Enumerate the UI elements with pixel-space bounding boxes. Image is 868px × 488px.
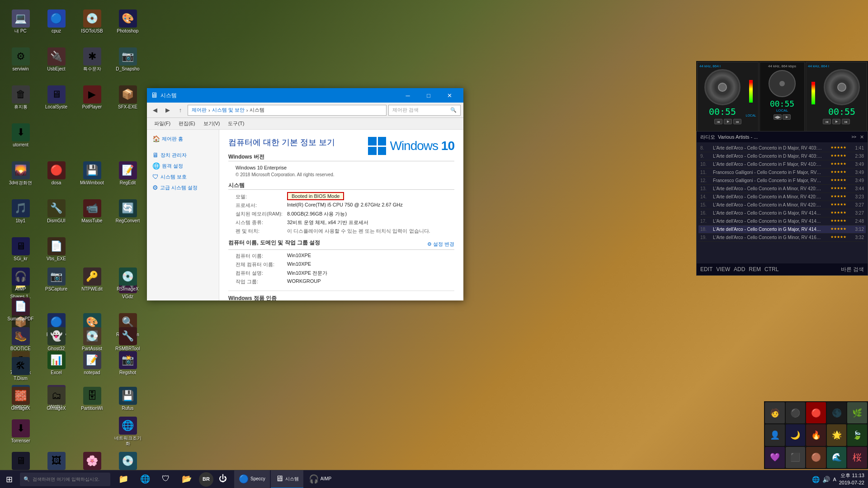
tray-network-icon[interactable]: 🌐 [812,476,820,483]
icon-my-pc[interactable]: 💻 내 PC [4,4,38,40]
sidebar-controlpanel-home[interactable]: 🏠 제어판 홈 [149,133,217,144]
avatar-7[interactable]: 🌙 [786,424,806,446]
up-button[interactable]: ↑ [175,105,186,116]
icon-pscapture[interactable]: 📷 PSCapture [39,266,73,294]
icon-isotoUSB[interactable]: 💿 ISOToUSB [75,4,109,40]
dj-center-btn1[interactable]: ◀▶ [774,114,782,120]
icon-dosa[interactable]: 🔴 dosa [39,155,73,192]
sidebar-system-protection[interactable]: 🛡 시스템 보호 [149,171,217,182]
menu-tools[interactable]: 도구(T) [224,119,248,128]
avatar-11[interactable]: 💜 [765,447,785,468]
icon-trash[interactable]: 🗑 휴지통 [4,80,38,116]
sidebar-advanced-settings[interactable]: ⚙ 고급 시스템 설정 [149,182,217,193]
avatar-4[interactable]: 🌑 [827,402,847,423]
music-track-item[interactable]: 11. Francesco Galligoni - Cello Concerto… [698,169,866,177]
mp-add-btn[interactable]: ADD [734,266,745,272]
taskbar-aimp[interactable]: 🎧 AIMP [304,470,336,488]
avatar-12[interactable]: ⬛ [786,447,806,468]
mp-edit-btn[interactable]: EDIT [700,266,712,272]
music-track-item[interactable]: 10. L'Arte dell'Arco - Cello Concerto in… [698,160,866,169]
icon-rsimgex[interactable]: 💿 RSImageX [111,266,145,294]
tray-clock[interactable]: 오후 11:13 2019-07-22 [839,472,864,486]
music-track-item[interactable]: 16. L'Arte dell'Arco - Cello Concerto in… [698,209,866,217]
avatar-10[interactable]: 🍃 [847,424,867,446]
music-track-item[interactable]: 9. L'Arte dell'Arco - Cello Concerto in … [698,152,866,160]
search-box[interactable]: 제어판 검색 🔍 [388,105,461,116]
taskbar-br[interactable]: BR [199,472,213,487]
icon-dismgui[interactable]: 🔧 DismGUI [39,193,73,230]
menu-file[interactable]: 파일(F) [151,119,174,128]
music-panel-close-button[interactable]: ✕ [860,134,864,140]
dj-btn3-play[interactable]: ▶ [832,119,840,124]
icon-ghost32[interactable]: 👻 Ghost32 [39,325,73,353]
icon-special-chars[interactable]: ✱ 특수문자 [75,42,109,78]
taskbar-power[interactable]: ⏻ [214,470,233,488]
icon-regconvert[interactable]: 🔄 RegConvert [111,193,145,230]
avatar-14[interactable]: 🌊 [827,447,847,468]
icon-3d-wallpaper[interactable]: 🌄 3d배경화면 [4,155,38,192]
taskbar-speccy[interactable]: 🔵 Speccy [234,470,270,488]
music-track-item[interactable]: 19. L'Arte dell'Arco - Cello Concerto in… [698,234,866,242]
taskbar-folder[interactable]: 📂 [177,470,198,488]
icon-rufus[interactable]: 💾 Rufus [111,385,145,413]
music-track-item[interactable]: 18. L'Arte dell'Arco - Cello Concerto in… [698,225,866,234]
dj-btn3-forward[interactable]: ⏭ [842,119,850,124]
avatar-6[interactable]: 👤 [765,424,785,446]
taskbar-search-box[interactable]: 🔍 검색하려면 여기에 입력하십시오. [20,473,110,486]
tray-ime-icon[interactable]: A [833,477,836,482]
change-settings-link[interactable]: ⚙ 설정 변경 [427,241,454,248]
taskbar-ie[interactable]: 🌐 [136,470,156,488]
avatar-2[interactable]: ⚫ [786,402,806,423]
icon-tdism[interactable]: 🛠 T.Dism [4,355,38,383]
avatar-cherry[interactable]: 桜 [847,447,867,468]
avatar-5[interactable]: 🌿 [847,402,867,423]
icon-gimagex[interactable]: 🗂 GImageX [39,385,73,413]
dj-platter-3[interactable] [824,69,860,105]
icon-rsmbrtool[interactable]: 🔧 RSMBRTool [111,325,145,353]
dj-master-knob[interactable] [769,70,796,97]
dj-platter-1[interactable] [704,69,741,105]
dj-btn-play[interactable]: ▶ [724,119,732,124]
mp-sort-btn[interactable]: 바른 검색 [841,266,864,273]
taskbar-system[interactable]: 🖥 시스템 [271,470,303,488]
icon-mkwimboot[interactable]: 💾 MkWimboot [75,155,109,192]
minimize-button[interactable]: ─ [397,88,418,103]
icon-regedit[interactable]: 📝 RegEdit [111,155,145,192]
music-track-item[interactable]: 13. L'Arte dell'Arco - Cello Concerto in… [698,185,866,193]
icon-sumatrapdf[interactable]: 📄 SumatraPDF [4,296,38,324]
icon-serviwin[interactable]: ⚙ serviwin [4,42,38,78]
close-button[interactable]: ✕ [439,88,460,103]
icon-partassist[interactable]: 💽 PartAssist [75,325,109,353]
avatar-1[interactable]: 🧑 [765,402,785,423]
taskbar-shield[interactable]: 🛡 [157,470,176,488]
back-button[interactable]: ◀ [150,105,160,116]
icon-aimp[interactable]: 🎧 AIMP [4,266,38,294]
dj-btn-forward[interactable]: ⏭ [733,119,741,124]
icon-utorrent[interactable]: ⬇ utorrent [4,117,38,154]
menu-edit[interactable]: 편집(E) [175,119,199,128]
icon-photoshop[interactable]: 🎨 Photoshop [111,4,145,40]
sidebar-remote-settings[interactable]: 🌐 원격 설정 [149,160,217,171]
taskbar-explorer[interactable]: 📁 [114,470,135,488]
dj-btn3-back[interactable]: ⏮ [823,119,831,124]
icon-masstube[interactable]: 📹 MassTube [75,193,109,230]
music-track-item[interactable]: 14. L'Arte dell'Arco - Cello Concerto in… [698,193,866,201]
icon-potplayer[interactable]: ▶ PotPlayer [75,80,109,116]
music-track-item[interactable]: 12. Francesco Galligoni - Cello Concerto… [698,177,866,185]
icon-partitionwi[interactable]: 🗄 PartitionWi [75,385,109,413]
dj-btn-back[interactable]: ⏮ [714,119,722,124]
icon-localsystem[interactable]: 🖥 LocalSyste [39,80,73,116]
icon-torrenser[interactable]: ⬇ Torrenser [4,415,38,448]
sidebar-device-manager[interactable]: 🖥 장치 관리자 [149,150,217,160]
address-path[interactable]: 제어판 › 시스템 및 보안 › 시스템 [188,105,387,116]
icon-network[interactable]: 🌐 네트워크조기화 [111,415,145,448]
mp-rem-btn[interactable]: REM [749,266,761,272]
menu-view[interactable]: 보기(V) [200,119,224,128]
icon-usbeject[interactable]: 🔌 UsbEject [39,42,73,78]
music-track-item[interactable]: 15. L'Arte dell'Arco - Cello Concerto in… [698,201,866,209]
icon-1by1[interactable]: 🎵 1by1 [4,193,38,230]
mp-ctrl-btn[interactable]: CTRL [764,266,778,272]
music-track-item[interactable]: 8. L'Arte dell'Arco - Cello Concerto in … [698,144,866,152]
tray-volume-icon[interactable]: 🔊 [822,476,830,483]
icon-bricks[interactable]: 🧱 GImageX [4,385,38,413]
